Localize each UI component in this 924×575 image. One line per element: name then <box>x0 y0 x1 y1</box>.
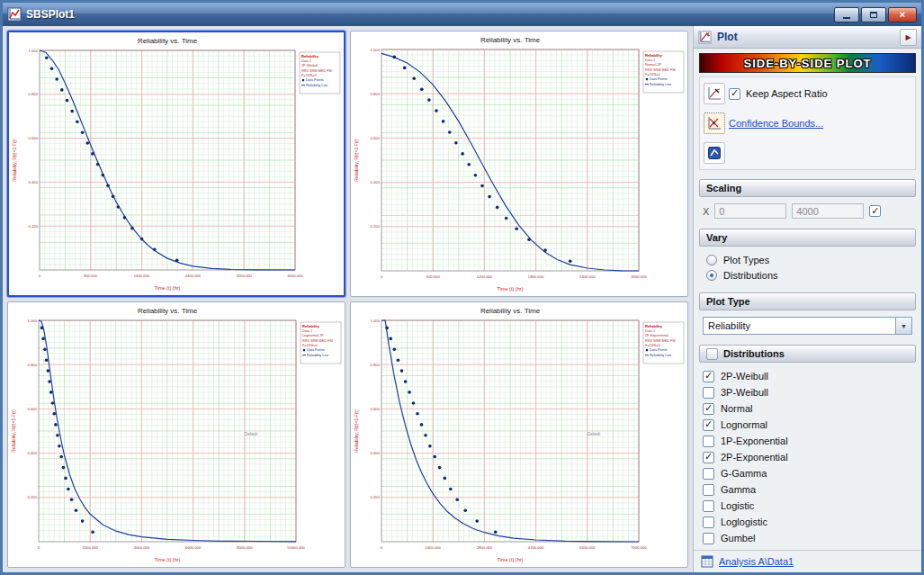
plot-setup-icon <box>707 86 722 101</box>
distribution-item[interactable]: Lognormal <box>703 417 912 433</box>
distribution-item[interactable]: Normal <box>703 400 912 417</box>
app-icon[interactable] <box>7 7 22 22</box>
distribution-label: 2P-Exponential <box>721 452 788 463</box>
vary-option[interactable]: Plot Types <box>706 255 909 265</box>
svg-text:1.000: 1.000 <box>29 49 39 53</box>
select-all-checkbox[interactable] <box>706 348 718 360</box>
plot-panel[interactable]: Reliability vs. Time 800.0001600.0002400… <box>7 31 345 297</box>
distribution-checkbox[interactable] <box>703 419 714 431</box>
distribution-checkbox[interactable] <box>703 500 714 512</box>
reliability-plot: Reliability vs. Time 1400.0002800.000420… <box>351 302 687 567</box>
plot-format-button[interactable] <box>704 112 725 134</box>
svg-text:Normal-2P: Normal-2P <box>645 63 662 67</box>
svg-text:1800.000: 1800.000 <box>528 274 544 279</box>
vary-option-label: Plot Types <box>723 255 769 265</box>
plot-type-dropdown[interactable]: Reliability ▼ <box>703 317 912 335</box>
distribution-label: Gamma <box>721 484 756 495</box>
distribution-checkbox[interactable] <box>703 403 714 415</box>
plot-panel[interactable]: Reliability vs. Time 600.0001200.0001800… <box>350 31 688 297</box>
svg-text:Reliability Line: Reliability Line <box>650 83 671 86</box>
distribution-checkbox[interactable] <box>703 484 714 496</box>
svg-text:0.600: 0.600 <box>371 407 381 411</box>
distribution-item[interactable]: G-Gamma <box>703 465 912 481</box>
distribution-item[interactable]: 1P-Exponential <box>703 433 912 449</box>
svg-text:0.400: 0.400 <box>29 180 39 184</box>
svg-text:Reliability Line: Reliability Line <box>650 354 671 357</box>
radio-icon[interactable] <box>706 255 717 265</box>
folio-icon <box>701 555 713 568</box>
maximize-button[interactable] <box>861 7 886 22</box>
vary-option[interactable]: Distributions <box>706 270 909 281</box>
distribution-item[interactable]: Logistic <box>703 498 912 514</box>
distribution-checkbox[interactable] <box>703 436 714 447</box>
analysis-data-link[interactable]: Analysis A\Data1 <box>719 556 794 567</box>
scaling-lock-checkbox[interactable] <box>869 205 881 217</box>
svg-text:0: 0 <box>38 545 40 550</box>
plots-area: Reliability vs. Time 800.0001600.0002400… <box>3 26 693 572</box>
svg-text:4000.000: 4000.000 <box>134 545 150 550</box>
scaling-x-max-input[interactable]: 4000 <box>792 203 864 219</box>
svg-text:RRX SRM MED FM: RRX SRM MED FM <box>301 69 332 73</box>
banner-text: SIDE-BY-SIDE PLOT <box>744 57 872 70</box>
svg-text:Default: Default <box>588 432 601 436</box>
svg-text:Data 1: Data 1 <box>302 329 312 333</box>
distribution-item[interactable]: Gamma <box>703 481 912 498</box>
window-title: SBSPlot1 <box>26 8 830 21</box>
distribution-item[interactable]: 2P-Weibull <box>703 368 912 384</box>
keep-aspect-ratio-row[interactable]: Keep Aspect Ratio <box>729 88 911 100</box>
distribution-item[interactable]: 2P-Exponential <box>703 449 912 465</box>
distribution-checkbox[interactable] <box>703 468 714 480</box>
svg-text:6000.000: 6000.000 <box>185 545 202 550</box>
distribution-label: G-Gamma <box>721 468 767 479</box>
svg-text:Reliability Line: Reliability Line <box>307 354 328 357</box>
distribution-checkbox[interactable] <box>703 517 714 528</box>
svg-text:1600.000: 1600.000 <box>134 274 150 278</box>
svg-text:5600.000: 5600.000 <box>579 545 596 550</box>
plot-panel[interactable]: Reliability vs. Time 2000.0004000.000600… <box>7 301 345 568</box>
confidence-bounds-link[interactable]: Confidence Bounds... <box>729 118 911 129</box>
svg-text:0.600: 0.600 <box>371 136 381 140</box>
keep-aspect-ratio-checkbox[interactable] <box>729 88 740 100</box>
scaling-x-min-input[interactable]: 0 <box>714 203 786 219</box>
minimize-icon <box>843 17 850 19</box>
svg-text:Data 1: Data 1 <box>645 329 655 333</box>
plot-setup-button[interactable] <box>704 83 725 104</box>
minimize-button[interactable] <box>834 7 859 22</box>
panel-expand-button[interactable]: ▶ <box>900 29 917 46</box>
svg-text:0.600: 0.600 <box>28 407 38 411</box>
radio-icon[interactable] <box>706 270 717 281</box>
plot-panel[interactable]: Reliability vs. Time 1400.0002800.000420… <box>350 301 688 568</box>
vary-title: Vary <box>706 232 727 243</box>
maximize-icon <box>870 12 877 18</box>
distribution-checkbox[interactable] <box>703 452 714 463</box>
distribution-label: Loglogistic <box>721 517 767 527</box>
distribution-checkbox[interactable] <box>703 387 714 399</box>
plot-control-panel: Plot ▶ SIDE-BY-SIDE PLOT Keep Aspect Rat… <box>693 26 921 572</box>
distribution-label: Gumbel <box>721 533 756 544</box>
distribution-item[interactable]: 3P-Weibull <box>703 384 912 400</box>
svg-text:600.000: 600.000 <box>426 274 441 279</box>
distribution-checkbox[interactable] <box>703 371 714 382</box>
dropdown-button[interactable]: ▼ <box>895 318 911 334</box>
distribution-label: 1P-Exponential <box>721 436 788 446</box>
rs-draw-button[interactable] <box>704 142 725 164</box>
svg-text:1.000: 1.000 <box>371 48 381 52</box>
svg-text:Reliability, R(t)=1-F(t): Reliability, R(t)=1-F(t) <box>354 139 359 182</box>
svg-text:0.200: 0.200 <box>28 495 38 499</box>
svg-text:3200.000: 3200.000 <box>236 274 252 278</box>
panel-title: Plot <box>717 31 894 43</box>
close-button[interactable]: × <box>888 7 917 22</box>
distribution-item[interactable]: Gumbel <box>703 530 912 546</box>
reliability-plot: Reliability vs. Time 600.0001200.0001800… <box>351 31 687 296</box>
vary-section-header: Vary <box>699 229 916 247</box>
svg-text:RRX SRM MED FM: RRX SRM MED FM <box>645 339 676 343</box>
chevron-right-icon: ▶ <box>905 33 911 41</box>
svg-text:2P-Exponential: 2P-Exponential <box>645 334 668 337</box>
distribution-item[interactable]: Loglogistic <box>703 514 912 530</box>
distribution-checkbox[interactable] <box>703 533 714 544</box>
svg-text:10000.000: 10000.000 <box>287 545 305 550</box>
side-by-side-banner: SIDE-BY-SIDE PLOT <box>699 53 916 73</box>
svg-text:Reliability, R(t)=1-F(t): Reliability, R(t)=1-F(t) <box>11 409 16 453</box>
vary-option-label: Distributions <box>723 270 778 281</box>
plot-type-title: Plot Type <box>706 296 750 307</box>
